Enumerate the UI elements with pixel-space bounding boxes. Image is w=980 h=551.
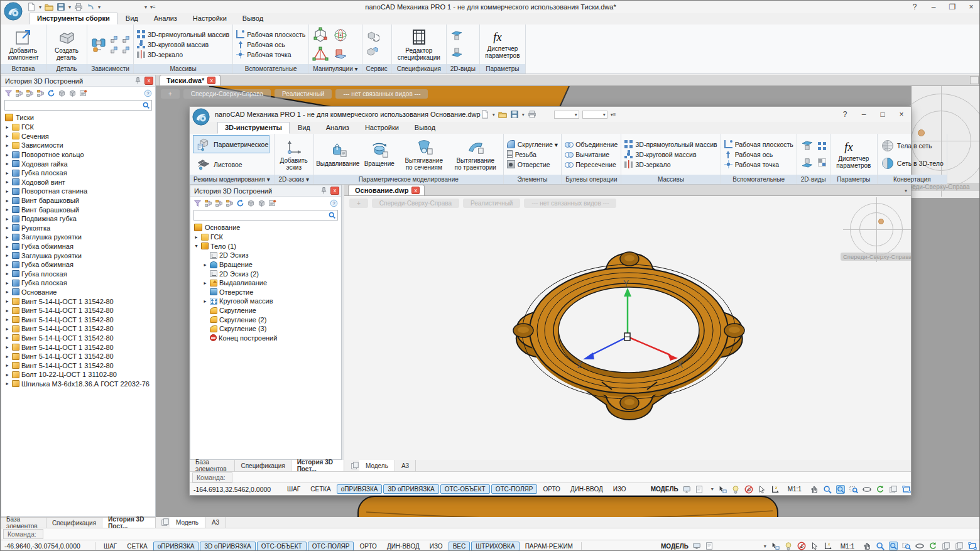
new-file-icon[interactable] [27, 3, 36, 11]
undo-icon[interactable] [86, 3, 95, 11]
model-space-label[interactable]: МОДЕЛЬ [661, 543, 689, 550]
orbit-icon[interactable] [915, 542, 924, 550]
status-toggle[interactable]: ОТС-ОБЪЕКТ [440, 484, 490, 494]
copy-sheet-icon[interactable] [942, 542, 950, 550]
help-button[interactable]: ? [905, 1, 924, 13]
ribbon-tab[interactable]: Вид [290, 122, 318, 134]
ribbon-tab[interactable]: Анализ [146, 13, 185, 25]
revolve-button[interactable]: Вращение [362, 140, 397, 168]
tree-item[interactable]: Винт барашковый [1, 205, 155, 214]
tree-arrow-icon[interactable] [4, 326, 10, 332]
spec-editor-button[interactable]: Редактор спецификации [395, 27, 443, 62]
tree-arrow-icon[interactable] [4, 244, 10, 249]
tree-arrow-icon[interactable] [4, 289, 10, 295]
model-space-label[interactable]: МОДЕЛЬ [651, 486, 678, 493]
tree-item[interactable]: Винт 5-14-Ц-ОСТ 1 31542-80 [1, 352, 155, 361]
ribbon-tab[interactable]: Вывод [407, 122, 443, 134]
status-toggle[interactable]: ОРТО [355, 542, 381, 551]
ribbon-item[interactable]: 3D-прямоугольный массив [624, 140, 717, 148]
tree-item[interactable]: Скругление (3) [190, 324, 341, 334]
group-label-konvertatsiya[interactable]: Конвертация [878, 175, 947, 184]
group-label-spetsifikatsiya[interactable]: Спецификация [392, 64, 446, 74]
save-icon[interactable] [510, 110, 519, 119]
tree-item[interactable]: Ходовой винт [1, 178, 155, 187]
tree-arrow-icon[interactable] [4, 198, 10, 204]
group-label-elementy[interactable]: Элементы [504, 175, 561, 184]
tree-arrow-icon[interactable] [193, 234, 199, 240]
tree-collapse-icon[interactable] [226, 199, 234, 207]
tree-arrow-icon[interactable] [4, 216, 10, 222]
tree-arrow-icon[interactable] [4, 188, 10, 194]
tree-item[interactable]: Шпилька М3-6dx18.36.А ГОСТ 22032-76 [1, 379, 155, 389]
add-component-button[interactable]: Добавить компонент [4, 27, 43, 62]
annotation-off-icon[interactable] [744, 485, 753, 494]
layout-tab[interactable]: А3 [395, 460, 416, 471]
view-overlay-button[interactable]: + [161, 89, 180, 99]
zoom-realtime-icon[interactable] [836, 485, 845, 494]
new-sheet-icon[interactable] [955, 542, 964, 550]
tab-scroll-button[interactable] [970, 76, 979, 84]
status-toggle[interactable]: ШТРИХОВКА [471, 542, 519, 551]
group-label-vspomogatelnye[interactable]: Вспомогательные [721, 175, 797, 184]
tree-arrow-icon[interactable] [4, 280, 10, 286]
group-label-parametry[interactable]: Параметры [830, 175, 877, 184]
save-icon[interactable] [57, 3, 65, 11]
tree-root[interactable]: Тиски [1, 112, 155, 123]
ribbon-item[interactable]: Рабочая точка [724, 160, 793, 168]
tree-item[interactable]: Заглушка рукоятки [1, 251, 155, 260]
cursor-settings-icon[interactable] [758, 485, 766, 494]
layout-list-icon[interactable] [351, 461, 359, 470]
group-label-2d-vidy[interactable]: 2D-виды [797, 175, 830, 184]
filter-icon[interactable] [4, 89, 13, 97]
tree-arrow-icon[interactable] [4, 152, 10, 158]
save-caret-icon[interactable]: ▾ [68, 4, 71, 10]
2d-view-up-icon[interactable] [800, 139, 814, 153]
constraint-small-icon[interactable] [122, 35, 130, 43]
scale-indicator[interactable]: М1:1 [837, 543, 858, 550]
constraint-small-icon[interactable] [110, 46, 118, 54]
tree-arrow-icon[interactable] [4, 234, 10, 240]
manipulate-rotate-icon[interactable] [332, 27, 349, 43]
ribbon-tab[interactable]: Вывод [235, 13, 271, 25]
tree-item[interactable]: Вращение [190, 260, 341, 270]
view-overlay-button[interactable]: + [349, 199, 368, 208]
tree-item[interactable]: Поворотная станина [1, 187, 155, 196]
tree-errors-icon[interactable] [26, 89, 34, 97]
zoom-realtime-icon[interactable] [889, 542, 898, 550]
doc-tab-osnovanie[interactable]: Основание.dwp x [348, 185, 425, 195]
tree-item[interactable]: Скругление [190, 306, 341, 315]
tree-arrow-icon[interactable] [4, 308, 10, 314]
tree-item[interactable]: Основание [1, 288, 155, 297]
tree-item[interactable]: Круговой массив [190, 297, 341, 306]
selection-caret-icon[interactable]: ▾ [764, 543, 766, 549]
qat-combo[interactable]: ▾ [582, 111, 607, 119]
panel-tab[interactable]: База элементов [1, 518, 46, 528]
tree-item[interactable]: 2D Эскиз [190, 251, 341, 260]
help-icon[interactable] [144, 89, 152, 97]
panel-tab[interactable]: Спецификация [46, 518, 102, 528]
tree-item[interactable]: Винт барашковый [1, 196, 155, 205]
filter-icon[interactable] [193, 199, 202, 207]
status-toggle[interactable]: оПРИВЯЗКА [153, 542, 199, 551]
2d-view-down-icon[interactable] [800, 156, 814, 170]
extrude-button[interactable]: Выдавливание [317, 140, 359, 168]
pan-icon[interactable] [863, 542, 871, 550]
ribbon-tab[interactable]: Анализ [318, 122, 357, 134]
status-toggle[interactable]: ОТС-ПОЛЯР [491, 484, 538, 494]
export-body-icon[interactable] [247, 199, 255, 207]
zoom-window-icon[interactable] [849, 485, 858, 494]
tree-item[interactable]: Губка плоская [1, 278, 155, 288]
2d-section-icon[interactable] [818, 158, 826, 166]
ribbon-item[interactable]: 3D-круговой массив [137, 40, 229, 48]
status-toggle[interactable]: ШАГ [283, 484, 305, 494]
ribbon-tab[interactable]: Вид [118, 13, 146, 25]
tree-arrow-icon[interactable] [4, 133, 10, 139]
tree-arrow-icon[interactable] [4, 381, 10, 386]
status-toggle[interactable]: СЕТКА [306, 484, 335, 494]
group-label-parametry[interactable]: Параметры [480, 64, 525, 74]
tree-item[interactable]: Ходовая гайка [1, 159, 155, 168]
view-overlay-button[interactable]: --- нет связанных видов --- [524, 199, 616, 208]
ribbon-item[interactable]: Рабочая плоскость [724, 140, 793, 148]
ribbon-item[interactable]: Объединение [565, 140, 618, 148]
group-label-massivy[interactable]: Массивы [134, 64, 232, 74]
